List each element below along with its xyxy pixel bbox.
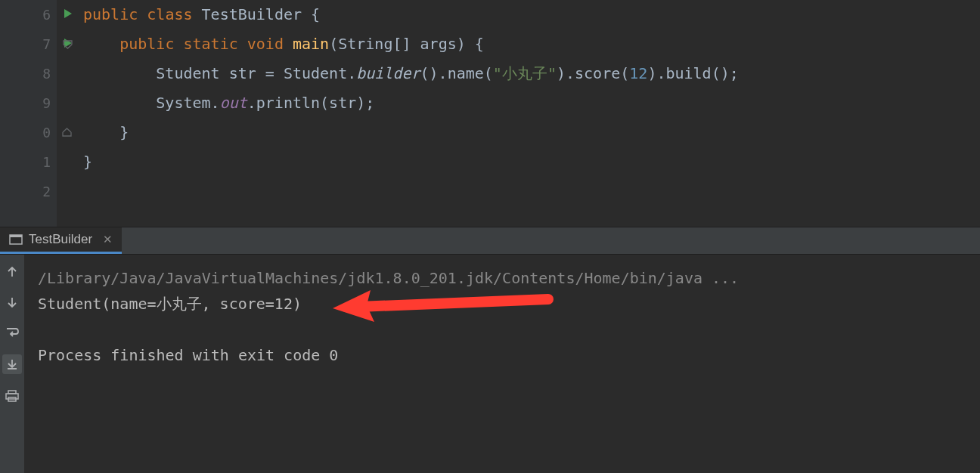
console-toolbar [0, 255, 24, 473]
run-console-panel: TestBuilder ✕ /Library/Java/JavaVirtualM… [0, 227, 980, 473]
line-number: 8 [42, 59, 51, 88]
brace: } [83, 123, 129, 141]
code-line: } [83, 147, 980, 177]
brace: { [302, 5, 320, 23]
code-text: .println(str); [247, 94, 375, 112]
gutter-row: 2 [0, 177, 51, 206]
keyword: public [119, 35, 174, 53]
code-line: } [83, 118, 980, 147]
close-tab-icon[interactable]: ✕ [103, 233, 113, 246]
gutter-row: 8 [0, 59, 51, 88]
keyword: class [147, 5, 192, 23]
console-tab[interactable]: TestBuilder ✕ [0, 227, 122, 254]
code-text: Student str = Student. [156, 64, 356, 82]
code-text: ).build(); [647, 64, 738, 82]
gutter-row: 9 [0, 88, 51, 118]
console-output[interactable]: /Library/Java/JavaVirtualMachines/jdk1.8… [24, 255, 980, 473]
soft-wrap-button[interactable] [4, 324, 20, 341]
keyword: static [183, 35, 237, 53]
line-number: 6 [42, 0, 51, 29]
brace: } [83, 153, 92, 171]
params: (String[] args) { [329, 35, 484, 53]
method-name: main [293, 35, 329, 53]
gutter-row: 0 [0, 118, 51, 147]
up-arrow-button[interactable] [4, 264, 20, 280]
code-line: public class TestBuilder { [83, 0, 980, 29]
keyword: public [83, 5, 138, 23]
console-body: /Library/Java/JavaVirtualMachines/jdk1.8… [0, 255, 980, 473]
console-blank-line [38, 317, 966, 342]
line-number: 9 [42, 88, 51, 118]
static-field: out [220, 94, 247, 112]
gutter-row: 6 [0, 0, 51, 29]
line-number: 1 [42, 147, 51, 177]
code-content[interactable]: public class TestBuilder { public static… [57, 0, 980, 227]
number-literal: 12 [629, 64, 647, 82]
code-line: System.out.println(str); [83, 88, 980, 118]
console-exit-line: Process finished with exit code 0 [38, 342, 966, 368]
line-number: 2 [42, 177, 51, 206]
code-editor[interactable]: 6 7 8 9 0 1 2 [0, 0, 980, 227]
console-tab-icon [9, 233, 23, 246]
line-number: 7 [42, 29, 51, 59]
code-text: System. [156, 94, 219, 112]
tab-label: TestBuilder [29, 232, 92, 247]
console-command-line: /Library/Java/JavaVirtualMachines/jdk1.8… [38, 265, 966, 291]
scroll-to-end-button[interactable] [2, 354, 22, 374]
static-method: builder [356, 64, 420, 82]
console-output-line: Student(name=小丸子, score=12) [38, 291, 966, 317]
code-text: ).score( [557, 64, 629, 82]
down-arrow-button[interactable] [4, 294, 20, 311]
print-button[interactable] [4, 388, 20, 404]
svg-rect-1 [10, 235, 22, 237]
line-number-gutter: 6 7 8 9 0 1 2 [0, 0, 57, 227]
gutter-row: 7 [0, 29, 51, 59]
code-line: public static void main(String[] args) { [83, 29, 980, 59]
code-text: ().name( [420, 64, 493, 82]
gutter-row: 1 [0, 147, 51, 177]
console-tab-bar: TestBuilder ✕ [0, 227, 980, 255]
class-name: TestBuilder [202, 5, 302, 23]
line-number: 0 [42, 118, 51, 147]
code-line: Student str = Student.builder().name("小丸… [83, 59, 980, 88]
string-literal: "小丸子" [493, 64, 557, 82]
keyword: void [247, 35, 284, 53]
